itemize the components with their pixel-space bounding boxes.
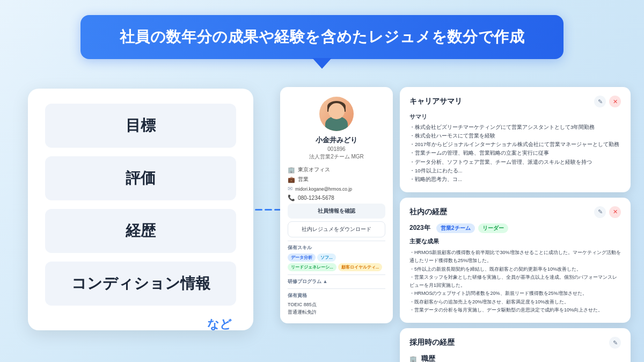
team-tag: 営業2チーム	[436, 223, 475, 233]
skill-tag-3: リードジェネレーシ...	[288, 263, 336, 271]
history-close-button[interactable]: ✕	[609, 206, 621, 218]
evaluation-label: 評価	[126, 170, 156, 186]
phone-value: 080-1234-5678	[298, 195, 334, 201]
career-summary-header: キャリアサマリ ✎ ✕	[409, 96, 621, 107]
skill-tag-1: データ分析	[288, 254, 316, 262]
history-tags: 営業2チーム リーダー	[436, 223, 508, 233]
summary-label: サマリ	[409, 113, 621, 121]
right-panel: キャリアサマリ ✎ ✕ サマリ ・株式会社ビズリーチマーケティングにて営業アシス…	[400, 87, 631, 350]
edit-button[interactable]: ✎	[594, 96, 606, 107]
avatar	[319, 97, 354, 131]
summary-text: ・株式会社ビズリーチマーケティングにて営業アシスタントとして3年間勤務 ・株式会…	[409, 123, 621, 184]
achievement-text: ・HRMOS新規顧客の獲得数を前半期比で30%増加させることに成功した。マーケテ…	[409, 249, 621, 314]
email-value: midori.kogane@hrmos.co.jp	[295, 186, 352, 192]
role-tag: リーダー	[478, 223, 508, 233]
condition-item: コンディション情報	[45, 262, 236, 306]
download-resume-button[interactable]: 社内レジュメをダウンロード	[288, 221, 385, 237]
goal-item: 目標	[45, 104, 236, 148]
skill-tag-4: 顧客ロイヤルティ...	[338, 263, 383, 271]
email-row: ✉ midori.kogane@hrmos.co.jp	[288, 185, 385, 192]
card-actions: ✎ ✕	[594, 96, 621, 107]
nado-label: など	[45, 316, 236, 332]
company-history-header: 社内の経歴 ✎ ✕	[409, 206, 621, 218]
building-history-icon: 🏢	[409, 356, 417, 362]
left-card: 目標 評価 経歴 コンディション情報 など	[28, 89, 253, 330]
company-history-title: 社内の経歴	[409, 207, 447, 217]
training-section-title: 研修プログラム ▲	[288, 274, 385, 285]
achievement-title: 主要な成果	[409, 237, 621, 245]
hiring-card-actions: ✎	[609, 337, 621, 349]
dept-row: 💼 営業	[288, 176, 385, 183]
email-icon: ✉	[288, 185, 292, 192]
condition-label: コンディション情報	[71, 275, 210, 292]
career-section-title: 🏢 職歴	[409, 354, 621, 362]
dept-icon: 💼	[288, 176, 295, 183]
close-button[interactable]: ✕	[609, 96, 621, 107]
goal-label: 目標	[126, 117, 156, 134]
hiring-edit-button[interactable]: ✎	[609, 337, 621, 349]
profile-name: 小金井みどり	[288, 135, 385, 145]
history-year: 2023年 営業2チーム リーダー	[409, 223, 621, 233]
view-profile-button[interactable]: 社員情報を確認	[288, 204, 385, 219]
profile-card: 小金井みどり 001896 法人営業2チーム MGR 🏢 東京オフィス 💼 営業…	[280, 87, 393, 323]
hiring-history-card: 採用時の経歴 ✎ 🏢 職歴 2004年4月 株式会社ビズリーチマーケティング 入…	[400, 328, 631, 362]
history-label: 経歴	[126, 222, 156, 239]
avatar-head	[328, 103, 345, 119]
year-number: 2023年	[409, 224, 430, 231]
history-card-actions: ✎ ✕	[594, 206, 621, 218]
office-value: 東京オフィス	[298, 166, 330, 173]
phone-row: 📞 080-1234-5678	[288, 194, 385, 201]
evaluation-item: 評価	[45, 156, 236, 200]
qualifications-section-title: 保有資格	[288, 288, 385, 299]
hiring-history-header: 採用時の経歴 ✎	[409, 337, 621, 349]
phone-icon: 📞	[288, 194, 295, 201]
career-summary-card: キャリアサマリ ✎ ✕ サマリ ・株式会社ビズリーチマーケティングにて営業アシス…	[400, 87, 631, 192]
history-edit-button[interactable]: ✎	[594, 206, 606, 218]
skills-section-title: 保有スキル	[288, 241, 385, 251]
header-title: 社員の数年分の成果や経験を含めたレジュメを数分で作成	[106, 27, 538, 47]
profile-id: 001896	[288, 146, 385, 152]
company-history-card: 社内の経歴 ✎ ✕ 2023年 営業2チーム リーダー 主要な成果 ・HRMOS…	[400, 198, 631, 323]
profile-role: 法人営業2チーム MGR	[288, 153, 385, 161]
header-banner: 社員の数年分の成果や経験を含めたレジュメを数分で作成	[80, 15, 564, 59]
skill-tag-2: ソフ...	[317, 254, 336, 262]
qualifications-text: TOEIC 885点普通運転免許	[288, 301, 385, 316]
building-icon: 🏢	[288, 166, 295, 173]
career-summary-title: キャリアサマリ	[409, 97, 462, 106]
history-item: 経歴	[45, 209, 236, 253]
dept-value: 営業	[298, 176, 309, 183]
office-row: 🏢 東京オフィス	[288, 166, 385, 173]
skills-row: データ分析 ソフ... リードジェネレーシ... 顧客ロイヤルティ...	[288, 254, 385, 271]
hiring-history-title: 採用時の経歴	[409, 338, 455, 347]
